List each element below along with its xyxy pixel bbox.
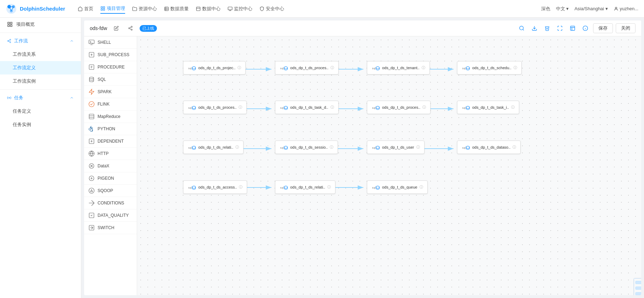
status-badge[interactable]: 已上线 <box>140 25 157 32</box>
sidebar-item-task-instance[interactable]: 任务实例 <box>0 118 81 131</box>
canvas-area[interactable]: sql ods_dp_t_ds_projec.. ⓘ sql <box>137 36 641 295</box>
svg-rect-17 <box>8 25 10 26</box>
node-n9-info[interactable]: ⓘ <box>235 145 239 150</box>
download-button[interactable] <box>529 23 539 33</box>
minimap: CSDN @sqlboy-yuzhen <box>633 278 641 295</box>
nav-dataquality[interactable]: 数据质量 <box>164 4 189 14</box>
task-item-datax[interactable]: DataX <box>84 160 137 172</box>
save-button[interactable]: 保存 <box>593 23 613 33</box>
task-item-pigeon[interactable]: PIGEON <box>84 172 137 185</box>
node-n1-info[interactable]: ⓘ <box>238 65 241 70</box>
task-panel: SHELL SUB_PROCESS PROCEDURE SQL <box>84 36 137 295</box>
nav-monitor[interactable]: 监控中心 <box>228 4 252 14</box>
sidebar-item-workflow-instance[interactable]: 工作流实例 <box>0 74 81 88</box>
sidebar-item-project-overview[interactable]: 项目概览 <box>0 18 81 31</box>
node-sql-icon-12: sql <box>462 144 470 151</box>
task-item-switch[interactable]: SWITCH <box>84 222 137 234</box>
theme-toggle[interactable]: 深色 <box>541 6 550 12</box>
lang-select[interactable]: 中文 ▾ <box>556 6 569 12</box>
fullscreen-button[interactable] <box>555 23 565 33</box>
node-n2-info[interactable]: ⓘ <box>330 65 334 70</box>
node-n2[interactable]: sql ods_dp_t_ds_proces.. ⓘ <box>275 61 339 74</box>
task-dependent-label: DEPENDENT <box>98 139 124 144</box>
layout-button[interactable] <box>568 23 578 33</box>
node-n14-info[interactable]: ⓘ <box>327 185 331 190</box>
node-sql-icon-15: sql <box>371 184 380 191</box>
sidebar-workflow-relation-label: 工作流关系 <box>13 51 36 58</box>
svg-rect-13 <box>228 7 232 10</box>
node-n5-info[interactable]: ⓘ <box>239 105 242 110</box>
sidebar-task-definition-label: 任务定义 <box>13 108 31 114</box>
task-item-subprocess[interactable]: SUB_PROCESS <box>84 49 137 61</box>
task-item-python[interactable]: PYTHON <box>84 123 137 135</box>
user-menu[interactable]: yuzhen... <box>614 6 638 12</box>
nav-home[interactable]: 首页 <box>78 4 93 14</box>
nav-security[interactable]: 安全中心 <box>259 4 284 14</box>
node-n10[interactable]: sql ods_dp_t_ds_sessio.. ⓘ <box>275 141 338 154</box>
task-item-sqoop[interactable]: SQOOP <box>84 185 137 197</box>
node-n12[interactable]: sql ods_dp_t_ds_dataso.. ⓘ <box>457 141 521 154</box>
node-n3[interactable]: sql ods_dp_t_ds_tenant.. ⓘ <box>367 61 430 74</box>
nav-project[interactable]: 项目管理 <box>100 4 125 14</box>
node-n6[interactable]: sql ods_dp_t_ds_task_d.. ⓘ <box>275 101 339 114</box>
collapse-icon <box>70 39 74 43</box>
node-n10-label: ods_dp_t_ds_sessio.. <box>290 145 328 149</box>
node-n14[interactable]: sql ods_dp_t_ds_relati.. ⓘ <box>275 180 335 194</box>
svg-rect-15 <box>8 22 10 24</box>
mapreduce-icon <box>88 113 95 120</box>
logo[interactable]: DolphinScheduler <box>6 3 69 14</box>
node-n7[interactable]: sql ods_dp_t_ds_proces.. ⓘ <box>367 101 431 114</box>
task-item-sql[interactable]: SQL <box>84 73 137 86</box>
task-item-http[interactable]: HTTP <box>84 148 137 160</box>
task-item-dataquality[interactable]: DATA_QUALITY <box>84 209 137 222</box>
svg-rect-8 <box>103 6 105 8</box>
svg-point-35 <box>89 77 94 79</box>
node-sql-icon-14: sql <box>280 184 288 191</box>
node-n8-info[interactable]: ⓘ <box>511 105 515 110</box>
svg-point-24 <box>129 28 130 29</box>
svg-rect-9 <box>101 9 103 10</box>
timezone-select[interactable]: Asia/Shanghai ▾ <box>574 6 608 11</box>
node-n3-info[interactable]: ⓘ <box>422 65 425 70</box>
node-n9[interactable]: sql ods_dp_t_ds_relati.. ⓘ <box>183 141 244 154</box>
node-n13[interactable]: sql ods_dp_t_ds_access.. ⓘ <box>183 180 247 194</box>
node-n7-info[interactable]: ⓘ <box>422 105 426 110</box>
node-n8[interactable]: sql ods_dp_t_ds_task_i.. ⓘ <box>457 101 519 114</box>
sidebar-item-task-definition[interactable]: 任务定义 <box>0 105 81 118</box>
sidebar-group-workflow[interactable]: 工作流 <box>0 34 81 48</box>
node-n11-info[interactable]: ⓘ <box>416 145 420 150</box>
svg-rect-10 <box>103 9 105 10</box>
node-n5[interactable]: sql ods_dp_t_ds_proces.. ⓘ <box>183 101 247 114</box>
task-item-spark[interactable]: SPARK <box>84 86 137 98</box>
task-sql-label: SQL <box>98 77 106 82</box>
task-item-procedure[interactable]: PROCEDURE <box>84 61 137 73</box>
node-n1[interactable]: sql ods_dp_t_ds_projec.. ⓘ <box>183 61 246 74</box>
node-sql-icon-8: sql <box>462 104 470 111</box>
node-n11[interactable]: sql ods_dp_t_ds_user ⓘ <box>367 141 425 154</box>
task-item-mapreduce[interactable]: MapReduce <box>84 111 137 123</box>
node-n15[interactable]: sql ods_dp_t_ds_queue ⓘ <box>367 180 428 194</box>
share-button[interactable] <box>125 23 135 33</box>
task-item-dependent[interactable]: DEPENDENT <box>84 135 137 148</box>
delete-button[interactable] <box>542 23 552 33</box>
task-procedure-label: PROCEDURE <box>98 65 125 70</box>
close-button[interactable]: 关闭 <box>616 23 636 33</box>
node-n6-info[interactable]: ⓘ <box>330 105 334 110</box>
task-item-conditions[interactable]: CONDITIONS <box>84 197 137 209</box>
sidebar-item-workflow-definition[interactable]: 工作流定义 <box>0 61 81 74</box>
sidebar-group-task[interactable]: 任务 <box>0 91 81 105</box>
sidebar-item-workflow-relation[interactable]: 工作流关系 <box>0 48 81 61</box>
nav-resource[interactable]: 资源中心 <box>132 4 157 14</box>
search-button[interactable] <box>517 23 527 33</box>
node-n15-info[interactable]: ⓘ <box>420 185 423 190</box>
node-n13-info[interactable]: ⓘ <box>239 185 242 190</box>
node-n4-info[interactable]: ⓘ <box>514 65 517 70</box>
node-n10-info[interactable]: ⓘ <box>330 145 333 150</box>
info-button[interactable] <box>580 23 590 33</box>
edit-name-button[interactable] <box>111 23 121 33</box>
task-item-flink[interactable]: FLINK <box>84 98 137 111</box>
nav-datacenter[interactable]: 数据中心 <box>196 4 221 14</box>
task-item-shell[interactable]: SHELL <box>84 36 137 49</box>
node-n12-info[interactable]: ⓘ <box>513 145 516 150</box>
node-n4[interactable]: sql ods_dp_t_ds_schedu.. ⓘ <box>457 61 522 74</box>
